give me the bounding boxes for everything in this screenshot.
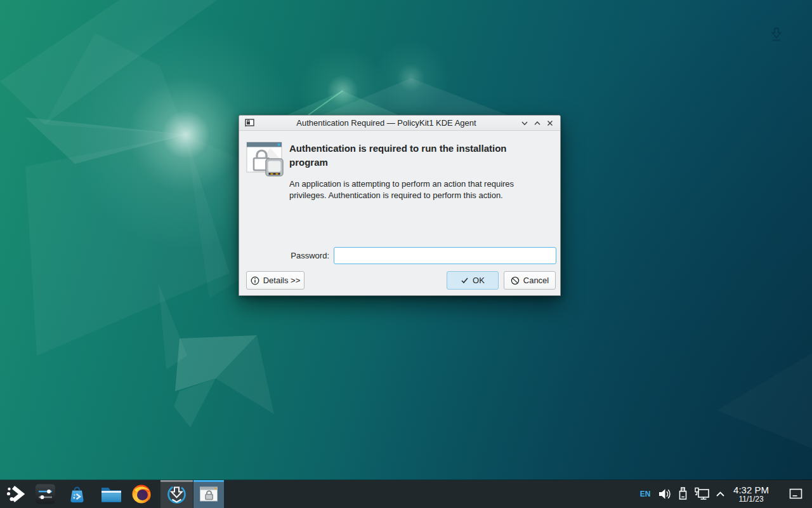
firefox-launcher[interactable] xyxy=(130,484,153,504)
info-icon xyxy=(251,276,259,285)
chevron-up-icon xyxy=(714,488,726,500)
dialog-title: Authentication Required — PolicyKit1 KDE… xyxy=(254,118,518,128)
settings-sliders-icon xyxy=(35,484,56,505)
minimize-button[interactable] xyxy=(518,117,531,130)
speaker-icon xyxy=(657,487,672,502)
clock-time: 4:32 PM xyxy=(733,485,769,495)
close-button[interactable] xyxy=(544,117,556,130)
discover-launcher[interactable] xyxy=(65,485,88,504)
wired-network-icon xyxy=(694,487,710,501)
clock-date: 11/1/23 xyxy=(738,495,763,504)
details-button-label: Details >> xyxy=(263,276,301,285)
task-indicator-open xyxy=(160,480,193,482)
system-settings-launcher[interactable] xyxy=(34,484,56,505)
digital-clock[interactable]: 4:32 PM 11/1/23 xyxy=(727,480,775,508)
volume-tray-item[interactable] xyxy=(655,487,673,502)
cancel-button[interactable]: Cancel xyxy=(504,271,556,290)
firefox-icon xyxy=(131,484,152,504)
application-launcher-button[interactable] xyxy=(3,485,28,504)
network-tray-item[interactable] xyxy=(693,487,712,501)
task-installer-download[interactable] xyxy=(160,480,193,508)
keyboard-layout-indicator[interactable]: EN xyxy=(637,480,653,508)
close-icon xyxy=(546,119,554,127)
details-button[interactable]: Details >> xyxy=(246,271,304,290)
show-desktop-button[interactable] xyxy=(786,488,806,500)
dialog-message: An application is attempting to perform … xyxy=(289,178,540,201)
policykit-auth-dialog: Authentication Required — PolicyKit1 KDE… xyxy=(239,115,561,296)
dialog-titlebar[interactable]: Authentication Required — PolicyKit1 KDE… xyxy=(239,116,560,131)
password-input[interactable] xyxy=(334,247,556,264)
file-manager-launcher[interactable] xyxy=(99,485,123,503)
download-installer-icon xyxy=(166,484,187,505)
auth-lock-icon xyxy=(246,140,285,178)
maximize-button[interactable] xyxy=(531,117,544,130)
taskbar: EN 4:32 PM 11/1/23 xyxy=(0,480,812,508)
task-auth-dialog[interactable] xyxy=(193,480,224,508)
download-drop-icon xyxy=(769,27,783,43)
usb-drive-icon xyxy=(677,486,689,502)
tray-expander[interactable] xyxy=(712,488,728,500)
folder-icon xyxy=(100,485,122,503)
window-lock-icon xyxy=(245,119,254,127)
show-desktop-icon xyxy=(789,488,804,500)
usb-device-tray-item[interactable] xyxy=(675,486,690,502)
discover-bag-icon xyxy=(67,485,87,504)
password-label: Password: xyxy=(274,251,329,260)
check-icon xyxy=(461,276,469,284)
ok-button[interactable]: OK xyxy=(447,271,499,290)
dialog-heading: Authentication is required to run the in… xyxy=(289,142,544,170)
cancel-icon xyxy=(511,276,520,285)
cancel-button-label: Cancel xyxy=(523,276,549,285)
window-lock-task-icon xyxy=(199,486,218,503)
chevron-up-icon xyxy=(534,119,541,127)
plasma-launcher-icon xyxy=(6,485,25,504)
chevron-down-icon xyxy=(521,119,528,127)
ok-button-label: OK xyxy=(473,276,485,285)
task-indicator-active xyxy=(193,480,224,482)
